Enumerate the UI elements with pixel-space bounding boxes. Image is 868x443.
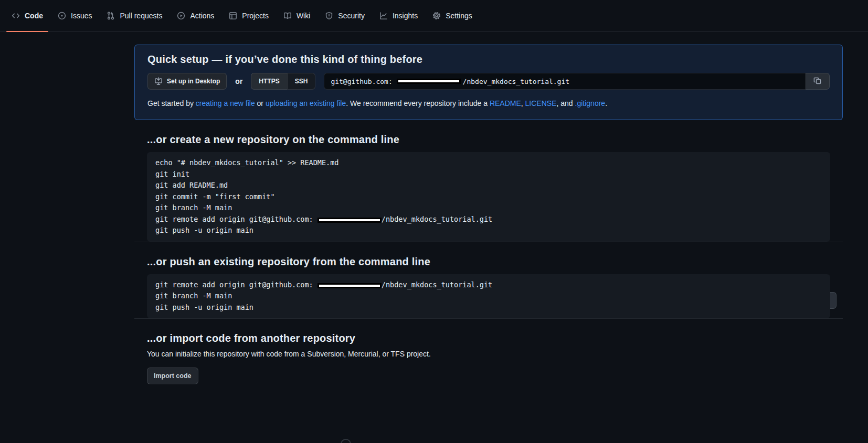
tab-label: Code [25,12,43,20]
tab-code[interactable]: Code [4,0,50,31]
or-label: or [235,77,242,85]
tab-pull-requests[interactable]: Pull requests [99,0,170,31]
code-line: git branch -M main [155,290,822,302]
code-line: git init [155,169,822,180]
redacted-username [317,283,382,288]
setup-controls: Set up in Desktop or HTTPS SSH git@githu… [147,73,830,90]
desktop-download-icon [154,77,163,85]
tab-issues[interactable]: Issues [50,0,99,31]
code-line: git push -u origin main [155,302,822,314]
tab-label: Insights [393,12,418,20]
quick-setup-title: Quick setup — if you’ve done this kind o… [147,53,830,66]
create-repo-section: ...or create a new repository on the com… [134,134,843,242]
copy-icon [813,77,822,87]
section-divider [134,242,843,242]
copy-url-button[interactable] [806,73,830,90]
set-up-in-desktop-button[interactable]: Set up in Desktop [147,73,227,90]
set-up-in-desktop-label: Set up in Desktop [167,78,220,85]
inline-link[interactable]: uploading an existing file [266,99,346,107]
push-repo-code-block: git remote add origin git@github.com: /n… [147,274,830,319]
create-repo-code-block: echo "# nbdev_mkdocs_tutorial" >> README… [147,152,830,242]
push-repo-section: ...or push an existing repository from t… [134,256,843,319]
tab-label: Security [338,12,365,20]
code-line: echo "# nbdev_mkdocs_tutorial" >> README… [155,157,822,169]
inline-link[interactable]: .gitignore [575,99,606,107]
tab-label: Projects [242,12,269,20]
redacted-username [397,79,461,84]
pull-request-icon [107,12,115,20]
https-button[interactable]: HTTPS [251,73,287,90]
tab-label: Actions [190,12,214,20]
tab-insights[interactable]: Insights [372,0,425,31]
inline-link[interactable]: README [490,99,521,107]
repo-url-prefix: git@github.com: [331,78,396,85]
quick-setup-box: Quick setup — if you’ve done this kind o… [134,45,843,120]
tab-settings[interactable]: Settings [425,0,480,31]
protocol-toggle: HTTPS SSH [251,73,315,90]
tab-label: Wiki [297,12,310,20]
import-code-section: ...or import code from another repositor… [134,332,843,384]
tab-actions[interactable]: Actions [170,0,221,31]
import-code-description: You can initialize this repository with … [147,350,830,358]
tab-projects[interactable]: Projects [221,0,276,31]
graph-icon [379,12,388,20]
tab-label: Issues [71,12,92,20]
inline-link[interactable]: creating a new file [196,99,255,107]
code-line: git commit -m "first commit" [155,191,822,203]
repo-url-suffix: /nbdev_mkdocs_tutorial.git [463,78,570,85]
create-repo-heading: ...or create a new repository on the com… [147,134,830,146]
tab-security[interactable]: Security [317,0,372,31]
tab-wiki[interactable]: Wiki [276,0,317,31]
play-icon [177,12,185,20]
push-repo-heading: ...or push an existing repository from t… [147,256,830,268]
repo-url-input[interactable]: git@github.com: /nbdev_mkdocs_tutorial.g… [324,73,806,90]
github-footer-logo [341,439,351,443]
inline-link[interactable]: LICENSE [525,99,557,107]
book-icon [283,12,292,20]
tab-label: Pull requests [120,12,162,20]
import-code-button[interactable]: Import code [147,368,198,384]
redacted-username [317,218,382,223]
table-icon [229,12,237,20]
gear-icon [432,12,441,20]
ssh-button[interactable]: SSH [287,73,316,90]
shield-icon [325,12,333,20]
tab-label: Settings [446,12,472,20]
import-code-heading: ...or import code from another repositor… [147,332,830,344]
code-line: git branch -M main [155,202,822,214]
issue-opened-icon [58,12,66,20]
code-icon [12,12,20,20]
main-content: Quick setup — if you’ve done this kind o… [0,45,868,384]
code-line: git remote add origin git@github.com: /n… [155,279,822,291]
code-line: git remote add origin git@github.com: /n… [155,214,822,225]
code-line: git add README.md [155,180,822,191]
get-started-text: Get started by creating a new file or up… [147,98,830,109]
repo-url-group: git@github.com: /nbdev_mkdocs_tutorial.g… [324,73,830,90]
code-line: git push -u origin main [155,225,822,236]
repo-nav: CodeIssuesPull requestsActionsProjectsWi… [0,0,868,32]
section-divider [134,318,843,319]
